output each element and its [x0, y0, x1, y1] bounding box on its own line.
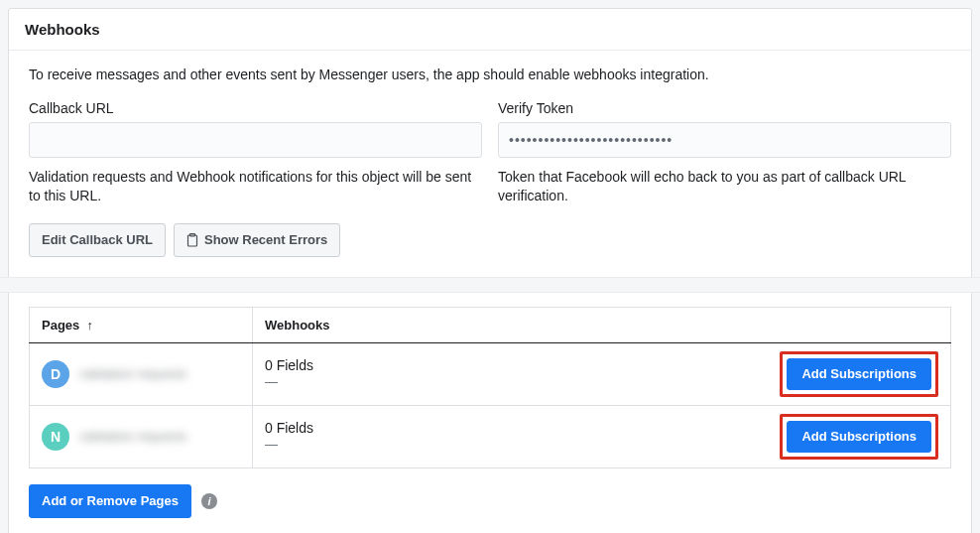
fields-info: 0 Fields — [265, 419, 313, 454]
show-errors-label: Show Recent Errors [204, 232, 327, 247]
show-recent-errors-button[interactable]: Show Recent Errors [174, 223, 340, 257]
fields-dash: — [265, 374, 313, 391]
fields-count: 0 Fields [265, 356, 313, 374]
fields-info: 0 Fields — [265, 356, 313, 391]
page-name: validation requests [79, 429, 186, 444]
sort-arrow-up-icon: ↑ [87, 318, 94, 333]
add-subscriptions-button[interactable]: Add Subscriptions [787, 358, 931, 390]
verify-token-input[interactable] [498, 122, 951, 158]
edit-callback-url-button[interactable]: Edit Callback URL [29, 223, 166, 257]
table-row: N validation requests 0 Fields — Add Sub… [30, 405, 951, 467]
pages-table-section: Pages ↑ Webhooks D validation requests [9, 293, 971, 468]
card-title: Webhooks [25, 21, 955, 38]
button-row: Edit Callback URL Show Recent Errors [29, 223, 951, 257]
highlight-box: Add Subscriptions [780, 414, 938, 460]
callback-url-input[interactable] [29, 122, 482, 158]
callback-url-column: Callback URL Validation requests and Web… [29, 100, 482, 205]
webhook-cell: 0 Fields — Add Subscriptions [265, 414, 938, 460]
table-row: D validation requests 0 Fields — Add Sub… [30, 342, 951, 405]
page-avatar: D [42, 360, 69, 388]
fields-count: 0 Fields [265, 419, 313, 437]
page-cell: N validation requests [42, 423, 240, 451]
add-remove-pages-button[interactable]: Add or Remove Pages [29, 484, 191, 518]
webhooks-card: Webhooks To receive messages and other e… [8, 8, 972, 533]
clipboard-icon [186, 233, 198, 247]
fields-dash: — [265, 437, 313, 454]
callback-url-help: Validation requests and Webhook notifica… [29, 168, 482, 205]
verify-token-label: Verify Token [498, 100, 951, 116]
callback-url-label: Callback URL [29, 100, 482, 116]
column-header-pages[interactable]: Pages ↑ [30, 307, 253, 342]
form-columns: Callback URL Validation requests and Web… [29, 100, 951, 205]
svg-rect-0 [187, 235, 196, 246]
card-body: To receive messages and other events sen… [9, 51, 971, 277]
pages-table: Pages ↑ Webhooks D validation requests [29, 307, 951, 468]
section-divider [0, 277, 980, 293]
info-icon[interactable]: i [201, 493, 217, 509]
card-header: Webhooks [9, 9, 971, 51]
pages-header-label: Pages [42, 318, 79, 333]
page-name: validation requests [79, 366, 186, 381]
column-header-webhooks: Webhooks [253, 307, 951, 342]
webhook-cell: 0 Fields — Add Subscriptions [265, 351, 938, 397]
footer-row: Add or Remove Pages i [9, 468, 971, 533]
description-text: To receive messages and other events sen… [29, 67, 951, 82]
highlight-box: Add Subscriptions [780, 351, 938, 397]
verify-token-column: Verify Token Token that Facebook will ec… [498, 100, 951, 205]
page-cell: D validation requests [42, 360, 240, 388]
page-avatar: N [42, 423, 69, 451]
verify-token-help: Token that Facebook will echo back to yo… [498, 168, 951, 205]
add-subscriptions-button[interactable]: Add Subscriptions [787, 421, 931, 453]
